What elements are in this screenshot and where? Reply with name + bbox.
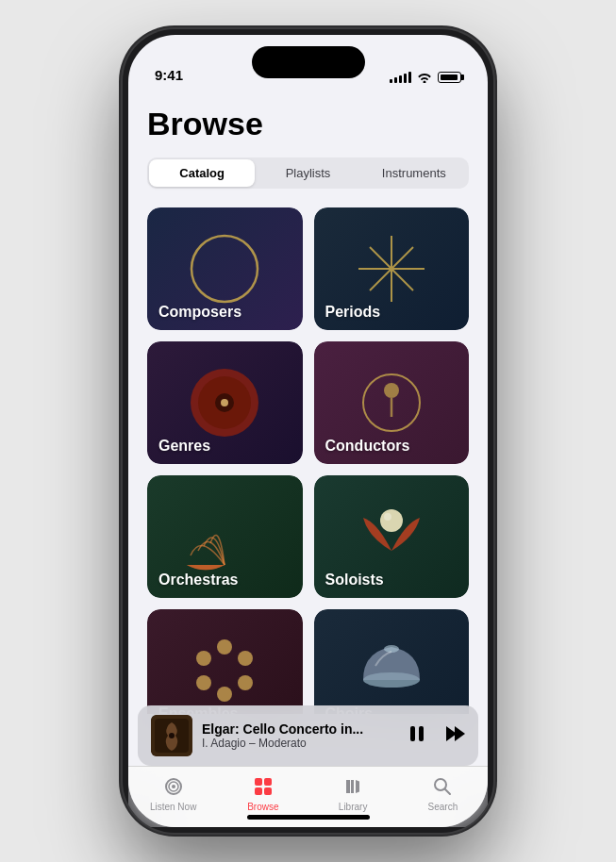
search-label: Search (428, 802, 458, 812)
tab-library[interactable]: Library (308, 774, 398, 812)
tab-instruments[interactable]: Instruments (361, 159, 467, 187)
composers-label: Composers (158, 304, 241, 321)
now-playing-bar[interactable]: Elgar: Cello Concerto in... I. Adagio – … (138, 705, 478, 766)
periods-label: Periods (325, 304, 381, 321)
svg-point-17 (217, 687, 232, 702)
dynamic-island (252, 46, 365, 78)
tab-search[interactable]: Search (398, 774, 488, 812)
svg-rect-32 (264, 778, 272, 786)
phone-frame: 9:41 Browse (123, 29, 493, 833)
svg-rect-26 (410, 726, 415, 741)
soloists-label: Soloists (325, 572, 384, 588)
tab-playlists[interactable]: Playlists (255, 159, 360, 187)
svg-point-18 (196, 675, 211, 690)
browse-label: Browse (247, 802, 278, 812)
screen: 9:41 Browse (128, 35, 488, 827)
now-playing-controls (407, 723, 465, 749)
segment-control: Catalog Playlists Instruments (147, 157, 469, 189)
album-art (151, 715, 192, 756)
svg-point-22 (384, 645, 399, 653)
skip-forward-button[interactable] (444, 723, 465, 749)
grid-item-ensembles[interactable]: Ensembles (147, 609, 303, 714)
signal-bars-icon (390, 72, 411, 83)
grid-item-orchestras[interactable]: Orchestras (147, 475, 303, 598)
grid-item-conductors[interactable]: Conductors (314, 341, 470, 464)
now-playing-title: Elgar: Cello Concerto in... (202, 721, 397, 737)
svg-point-12 (380, 509, 403, 532)
battery-icon (438, 72, 461, 83)
svg-point-16 (238, 675, 253, 690)
pause-button[interactable] (407, 723, 427, 749)
svg-point-15 (238, 651, 253, 666)
page-title: Browse (147, 106, 469, 142)
tab-browse[interactable]: Browse (218, 774, 308, 812)
library-label: Library (339, 802, 368, 812)
svg-marker-29 (455, 726, 465, 741)
grid-item-composers[interactable]: Composers (147, 207, 303, 330)
ensembles-decoration (147, 609, 303, 714)
choirs-decoration (314, 609, 470, 714)
library-icon (341, 774, 365, 799)
svg-point-30 (172, 785, 175, 788)
wifi-icon (417, 72, 432, 83)
svg-rect-34 (264, 787, 272, 795)
orchestras-label: Orchestras (158, 572, 239, 588)
svg-point-10 (384, 383, 399, 398)
genres-label: Genres (158, 438, 210, 455)
listen-now-icon (161, 774, 186, 799)
conductors-label: Conductors (325, 438, 410, 455)
search-icon (430, 774, 455, 799)
home-indicator (247, 815, 370, 820)
grid-item-periods[interactable]: Periods (314, 207, 470, 330)
status-icons (390, 72, 461, 83)
svg-point-21 (363, 672, 420, 688)
svg-point-8 (221, 399, 228, 406)
grid-item-soloists[interactable]: Soloists (314, 475, 470, 598)
svg-point-25 (169, 733, 175, 738)
svg-rect-27 (419, 726, 424, 741)
tab-catalog[interactable]: Catalog (149, 159, 255, 187)
grid-item-choirs[interactable]: Choirs (314, 609, 470, 714)
svg-point-0 (191, 236, 258, 302)
svg-rect-31 (255, 778, 262, 786)
browse-grid: Composers (147, 207, 469, 714)
svg-point-13 (384, 513, 391, 521)
grid-item-genres[interactable]: Genres (147, 341, 303, 464)
tab-listen-now[interactable]: Listen Now (128, 774, 218, 812)
svg-rect-33 (255, 787, 262, 795)
main-content[interactable]: Browse Catalog Playlists Instruments (128, 91, 488, 714)
svg-line-36 (445, 789, 451, 795)
listen-now-label: Listen Now (150, 802, 196, 812)
browse-icon (251, 774, 275, 799)
svg-point-19 (196, 651, 211, 666)
svg-point-14 (217, 639, 232, 655)
now-playing-subtitle: I. Adagio – Moderato (202, 737, 397, 750)
now-playing-info: Elgar: Cello Concerto in... I. Adagio – … (202, 721, 397, 750)
